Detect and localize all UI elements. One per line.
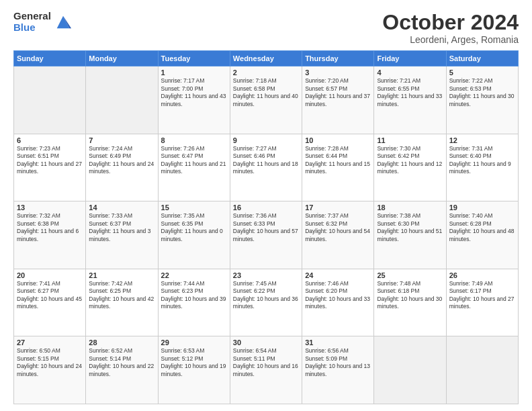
- calendar-header-row: SundayMondayTuesdayWednesdayThursdayFrid…: [14, 51, 519, 66]
- day-number: 14: [89, 203, 154, 212]
- day-number: 25: [377, 271, 443, 279]
- calendar-cell: 24Sunrise: 7:46 AM Sunset: 6:20 PM Dayli…: [302, 269, 374, 336]
- col-header-saturday: Saturday: [446, 51, 518, 66]
- day-info: Sunrise: 7:21 AM Sunset: 6:55 PM Dayligh…: [377, 77, 443, 108]
- day-info: Sunrise: 7:23 AM Sunset: 6:51 PM Dayligh…: [17, 145, 83, 176]
- day-info: Sunrise: 7:35 AM Sunset: 6:35 PM Dayligh…: [161, 212, 227, 243]
- day-number: 29: [161, 338, 227, 347]
- header: General Blue October 2024 Leordeni, Arge…: [13, 11, 519, 45]
- day-info: Sunrise: 7:36 AM Sunset: 6:33 PM Dayligh…: [233, 212, 299, 243]
- day-number: 20: [17, 271, 83, 279]
- calendar-week-1: 1Sunrise: 7:17 AM Sunset: 7:00 PM Daylig…: [14, 66, 519, 134]
- day-info: Sunrise: 7:18 AM Sunset: 6:58 PM Dayligh…: [233, 77, 299, 108]
- day-info: Sunrise: 7:31 AM Sunset: 6:40 PM Dayligh…: [449, 145, 515, 176]
- logo-general: General: [13, 11, 51, 22]
- calendar-cell: 10Sunrise: 7:28 AM Sunset: 6:44 PM Dayli…: [302, 134, 374, 201]
- logo-blue: Blue: [13, 22, 51, 34]
- day-number: 26: [449, 271, 515, 279]
- calendar-week-4: 20Sunrise: 7:41 AM Sunset: 6:27 PM Dayli…: [14, 269, 519, 336]
- day-number: 6: [17, 136, 83, 144]
- calendar-week-5: 27Sunrise: 6:50 AM Sunset: 5:15 PM Dayli…: [14, 336, 519, 404]
- calendar-cell: 14Sunrise: 7:33 AM Sunset: 6:37 PM Dayli…: [86, 201, 158, 269]
- day-info: Sunrise: 7:28 AM Sunset: 6:44 PM Dayligh…: [305, 145, 371, 176]
- day-info: Sunrise: 7:30 AM Sunset: 6:42 PM Dayligh…: [377, 145, 443, 176]
- calendar-week-2: 6Sunrise: 7:23 AM Sunset: 6:51 PM Daylig…: [14, 134, 519, 201]
- day-number: 2: [233, 68, 299, 77]
- day-info: Sunrise: 7:20 AM Sunset: 6:57 PM Dayligh…: [305, 77, 371, 108]
- col-header-monday: Monday: [86, 51, 158, 66]
- calendar-cell: 16Sunrise: 7:36 AM Sunset: 6:33 PM Dayli…: [230, 201, 302, 269]
- day-info: Sunrise: 7:22 AM Sunset: 6:53 PM Dayligh…: [449, 77, 515, 108]
- calendar-cell: 5Sunrise: 7:22 AM Sunset: 6:53 PM Daylig…: [446, 66, 518, 134]
- day-number: 3: [305, 68, 371, 77]
- day-info: Sunrise: 7:32 AM Sunset: 6:38 PM Dayligh…: [17, 212, 83, 243]
- col-header-friday: Friday: [374, 51, 446, 66]
- calendar-cell: 30Sunrise: 6:54 AM Sunset: 5:11 PM Dayli…: [230, 336, 302, 404]
- calendar-cell: 17Sunrise: 7:37 AM Sunset: 6:32 PM Dayli…: [302, 201, 374, 269]
- day-number: 13: [17, 203, 83, 212]
- day-info: Sunrise: 7:42 AM Sunset: 6:25 PM Dayligh…: [89, 280, 154, 311]
- calendar-cell: 6Sunrise: 7:23 AM Sunset: 6:51 PM Daylig…: [14, 134, 86, 201]
- page: General Blue October 2024 Leordeni, Arge…: [0, 0, 532, 411]
- calendar-cell: 18Sunrise: 7:38 AM Sunset: 6:30 PM Dayli…: [374, 201, 446, 269]
- calendar-cell: 13Sunrise: 7:32 AM Sunset: 6:38 PM Dayli…: [14, 201, 86, 269]
- month-title: October 2024: [382, 11, 519, 34]
- calendar-cell: [446, 336, 518, 404]
- day-info: Sunrise: 7:48 AM Sunset: 6:18 PM Dayligh…: [377, 280, 443, 311]
- day-info: Sunrise: 6:52 AM Sunset: 5:14 PM Dayligh…: [89, 347, 154, 378]
- day-info: Sunrise: 6:50 AM Sunset: 5:15 PM Dayligh…: [17, 347, 83, 378]
- calendar-cell: 22Sunrise: 7:44 AM Sunset: 6:23 PM Dayli…: [158, 269, 230, 336]
- day-number: 7: [89, 136, 154, 144]
- day-number: 28: [89, 338, 154, 347]
- day-info: Sunrise: 7:27 AM Sunset: 6:46 PM Dayligh…: [233, 145, 299, 176]
- day-info: Sunrise: 7:40 AM Sunset: 6:28 PM Dayligh…: [449, 212, 515, 243]
- day-number: 4: [377, 68, 443, 77]
- day-number: 15: [161, 203, 227, 212]
- calendar-cell: 7Sunrise: 7:24 AM Sunset: 6:49 PM Daylig…: [86, 134, 158, 201]
- calendar-cell: 25Sunrise: 7:48 AM Sunset: 6:18 PM Dayli…: [374, 269, 446, 336]
- day-number: 30: [233, 338, 299, 347]
- day-info: Sunrise: 7:24 AM Sunset: 6:49 PM Dayligh…: [89, 145, 154, 176]
- day-info: Sunrise: 7:33 AM Sunset: 6:37 PM Dayligh…: [89, 212, 154, 243]
- calendar-table: SundayMondayTuesdayWednesdayThursdayFrid…: [13, 50, 519, 404]
- day-number: 1: [161, 68, 227, 77]
- calendar-cell: 1Sunrise: 7:17 AM Sunset: 7:00 PM Daylig…: [158, 66, 230, 134]
- day-number: 27: [17, 338, 83, 347]
- col-header-tuesday: Tuesday: [158, 51, 230, 66]
- logo-icon: [54, 13, 73, 32]
- calendar-cell: 29Sunrise: 6:53 AM Sunset: 5:12 PM Dayli…: [158, 336, 230, 404]
- calendar-cell: 26Sunrise: 7:49 AM Sunset: 6:17 PM Dayli…: [446, 269, 518, 336]
- col-header-thursday: Thursday: [302, 51, 374, 66]
- calendar-cell: 23Sunrise: 7:45 AM Sunset: 6:22 PM Dayli…: [230, 269, 302, 336]
- calendar-cell: [14, 66, 86, 134]
- day-number: 12: [449, 136, 515, 144]
- logo-text: General Blue: [13, 11, 51, 33]
- location: Leordeni, Arges, Romania: [382, 34, 519, 45]
- calendar-cell: 31Sunrise: 6:56 AM Sunset: 5:09 PM Dayli…: [302, 336, 374, 404]
- day-info: Sunrise: 7:45 AM Sunset: 6:22 PM Dayligh…: [233, 280, 299, 311]
- col-header-wednesday: Wednesday: [230, 51, 302, 66]
- day-number: 11: [377, 136, 443, 144]
- day-number: 18: [377, 203, 443, 212]
- day-number: 19: [449, 203, 515, 212]
- day-info: Sunrise: 7:37 AM Sunset: 6:32 PM Dayligh…: [305, 212, 371, 243]
- calendar-cell: 2Sunrise: 7:18 AM Sunset: 6:58 PM Daylig…: [230, 66, 302, 134]
- logo: General Blue: [13, 11, 73, 33]
- day-number: 24: [305, 271, 371, 279]
- calendar-cell: 20Sunrise: 7:41 AM Sunset: 6:27 PM Dayli…: [14, 269, 86, 336]
- calendar-cell: 15Sunrise: 7:35 AM Sunset: 6:35 PM Dayli…: [158, 201, 230, 269]
- calendar-cell: 8Sunrise: 7:26 AM Sunset: 6:47 PM Daylig…: [158, 134, 230, 201]
- calendar-cell: 9Sunrise: 7:27 AM Sunset: 6:46 PM Daylig…: [230, 134, 302, 201]
- calendar-cell: [374, 336, 446, 404]
- svg-marker-0: [57, 15, 70, 28]
- day-number: 10: [305, 136, 371, 144]
- day-info: Sunrise: 7:41 AM Sunset: 6:27 PM Dayligh…: [17, 280, 83, 311]
- calendar-cell: 3Sunrise: 7:20 AM Sunset: 6:57 PM Daylig…: [302, 66, 374, 134]
- day-info: Sunrise: 7:17 AM Sunset: 7:00 PM Dayligh…: [161, 77, 227, 108]
- col-header-sunday: Sunday: [14, 51, 86, 66]
- title-block: October 2024 Leordeni, Arges, Romania: [382, 11, 519, 45]
- day-info: Sunrise: 7:38 AM Sunset: 6:30 PM Dayligh…: [377, 212, 443, 243]
- day-info: Sunrise: 6:54 AM Sunset: 5:11 PM Dayligh…: [233, 347, 299, 378]
- calendar-cell: 27Sunrise: 6:50 AM Sunset: 5:15 PM Dayli…: [14, 336, 86, 404]
- day-info: Sunrise: 7:26 AM Sunset: 6:47 PM Dayligh…: [161, 145, 227, 176]
